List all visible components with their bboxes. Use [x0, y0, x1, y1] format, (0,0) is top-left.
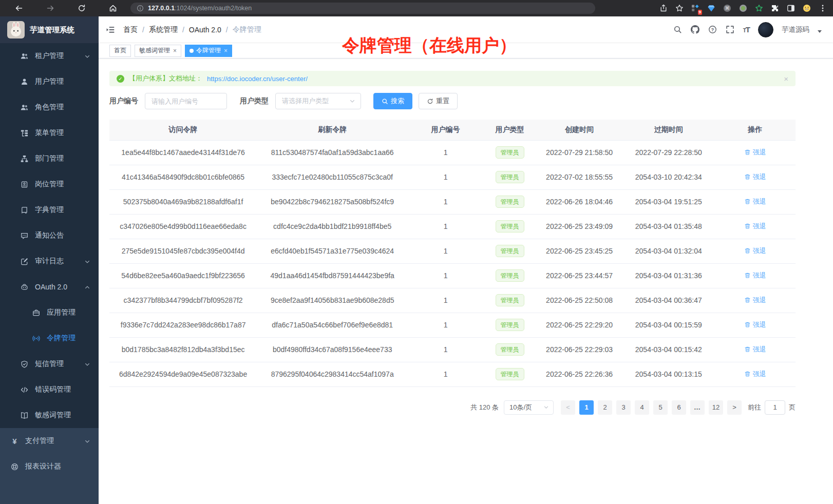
profile-emoji-icon[interactable]	[802, 4, 811, 13]
fullscreen-icon[interactable]	[726, 25, 735, 34]
created-time-cell: 2022-07-02 18:55:55	[536, 165, 622, 189]
breadcrumb-item[interactable]: 系统管理	[149, 25, 178, 34]
force-logout-button[interactable]: 强退	[744, 320, 766, 329]
github-icon[interactable]	[691, 25, 700, 34]
sidebar-item-oauth2-token[interactable]: 令牌管理	[0, 325, 99, 351]
sidebar-item-audit-log[interactable]: 审计日志	[0, 248, 99, 274]
page: 127.0.0.1:1024/system/oauth2/token 9 ⌘	[0, 0, 833, 504]
chevron-down-icon	[84, 258, 90, 264]
next-page-button[interactable]: >	[727, 400, 742, 415]
avatar[interactable]	[758, 22, 773, 37]
user-dropdown-caret-icon[interactable]	[818, 30, 822, 33]
sidebar-item-pay[interactable]: ¥支付管理	[0, 428, 99, 454]
tab-令牌管理[interactable]: 令牌管理×	[185, 45, 232, 57]
tab-label: 首页	[114, 46, 126, 55]
sidebar-fold-icon[interactable]	[106, 25, 115, 34]
page-button-3[interactable]: 3	[616, 400, 631, 415]
user-type-tag: 管理员	[496, 171, 524, 183]
force-logout-button[interactable]: 强退	[744, 296, 766, 305]
sidebar-item-sms[interactable]: 短信管理	[0, 351, 99, 377]
force-logout-button[interactable]: 强退	[744, 172, 766, 182]
extension-gem-icon[interactable]	[707, 4, 715, 13]
sidebar-item-post[interactable]: 岗位管理	[0, 171, 99, 197]
sidebar-item-errcode[interactable]: 错误码管理	[0, 377, 99, 402]
breadcrumb-item[interactable]: OAuth 2.0	[189, 26, 221, 34]
header-search-icon[interactable]	[673, 25, 683, 34]
column-header: 过期时间	[622, 120, 714, 140]
browser-back-icon[interactable]	[14, 4, 23, 13]
page-button-12[interactable]: 12	[709, 400, 723, 415]
side-panel-icon[interactable]	[786, 4, 795, 13]
extension-grid-icon[interactable]: 9	[691, 4, 699, 13]
search-button[interactable]: 搜索	[373, 93, 412, 109]
force-logout-button[interactable]: 强退	[744, 370, 766, 379]
refresh-token-cell: 333ecfc71e02480cb11055c875c3ca0f	[257, 165, 408, 189]
sidebar-item-role[interactable]: 角色管理	[0, 94, 99, 120]
tab-close-icon[interactable]: ×	[173, 48, 177, 54]
browser-reload-icon[interactable]	[77, 4, 86, 13]
alert-close-icon[interactable]: ×	[784, 74, 788, 83]
browser-menu-kebab-icon[interactable]	[818, 4, 827, 13]
extensions-puzzle-icon[interactable]	[770, 4, 779, 13]
badge-icon	[21, 181, 28, 188]
force-logout-button[interactable]: 强退	[744, 271, 766, 280]
sidebar-item-notice[interactable]: 通知公告	[0, 223, 99, 248]
extension-star-icon[interactable]	[754, 4, 763, 13]
sidebar-item-user[interactable]: 用户管理	[0, 69, 99, 94]
sidebar-item-dict[interactable]: 字典管理	[0, 197, 99, 223]
sidebar-item-report[interactable]: 报表设计器	[0, 454, 99, 479]
extension-cmd-icon[interactable]: ⌘	[723, 4, 731, 13]
page-button-2[interactable]: 2	[598, 400, 612, 415]
share-icon[interactable]	[659, 4, 668, 13]
sidebar-item-menu[interactable]: 菜单管理	[0, 120, 99, 146]
breadcrumb-item[interactable]: 首页	[123, 25, 138, 34]
doc-link[interactable]: https://doc.iocoder.cn/user-center/	[207, 75, 308, 83]
tab-首页[interactable]: 首页	[109, 45, 131, 57]
action-cell: 强退	[714, 239, 796, 263]
goto-label: 前往	[748, 403, 761, 412]
reset-button[interactable]: 重置	[419, 93, 458, 109]
user-id-cell: 1	[408, 140, 483, 165]
force-logout-button[interactable]: 强退	[744, 148, 766, 157]
page-button-1[interactable]: 1	[579, 400, 594, 415]
force-logout-button[interactable]: 强退	[744, 246, 766, 256]
user-id-input[interactable]	[145, 93, 227, 109]
user-type-select[interactable]: 请选择用户类型	[275, 93, 361, 109]
browser-home-icon[interactable]	[108, 4, 117, 13]
breadcrumb-item: 令牌管理	[233, 25, 261, 34]
reset-button-label: 重置	[436, 96, 449, 106]
tab-close-icon[interactable]: ×	[224, 48, 228, 54]
pager-ellipsis[interactable]: …	[690, 400, 705, 415]
app-logo-row[interactable]: 芋道管理系统	[0, 16, 99, 43]
goto-page-input[interactable]	[765, 400, 785, 415]
page-button-4[interactable]: 4	[635, 400, 649, 415]
expire-time-cell: 2054-03-04 19:51:25	[622, 189, 714, 214]
force-logout-button[interactable]: 强退	[744, 345, 766, 354]
tab-敏感词管理[interactable]: 敏感词管理×	[135, 45, 181, 57]
sidebar-item-tenant[interactable]: 租户管理	[0, 43, 99, 69]
sidebar-item-sensitive[interactable]: 敏感词管理	[0, 402, 99, 428]
prev-page-button[interactable]: <	[561, 400, 575, 415]
page-button-6[interactable]: 6	[672, 400, 686, 415]
browser-forward-icon[interactable]	[46, 4, 54, 13]
site-info-icon[interactable]	[137, 5, 144, 12]
force-logout-button[interactable]: 强退	[744, 222, 766, 231]
broadcast-icon	[32, 335, 40, 342]
table-row: c342377bf8b344799dcbf7bf095287f29ce8ef2a…	[109, 288, 796, 313]
font-size-icon[interactable]: TT	[743, 25, 750, 34]
breadcrumb-separator: /	[142, 26, 144, 34]
sidebar-item-oauth2-app[interactable]: 应用管理	[0, 300, 99, 325]
page-size-select[interactable]: 10条/页	[504, 400, 554, 415]
extension-record-icon[interactable]	[739, 4, 747, 13]
username[interactable]: 芋道源码	[782, 25, 809, 34]
address-bar[interactable]: 127.0.0.1:1024/system/oauth2/token	[130, 3, 595, 14]
refresh-token-cell: b0df4980ffd34c67a08f9156e4eee733	[257, 337, 408, 362]
sidebar-item-label: 应用管理	[47, 308, 75, 317]
page-button-5[interactable]: 5	[653, 400, 668, 415]
sidebar-item-oauth2[interactable]: OAuth 2.0	[0, 274, 99, 300]
sidebar-item-dept[interactable]: 部门管理	[0, 146, 99, 171]
help-icon[interactable]: ?	[708, 25, 717, 34]
refresh-token-cell: 8796295f04064c2983414cc54af1097a	[257, 362, 408, 386]
force-logout-button[interactable]: 强退	[744, 197, 766, 206]
bookmark-star-icon[interactable]	[675, 4, 684, 13]
